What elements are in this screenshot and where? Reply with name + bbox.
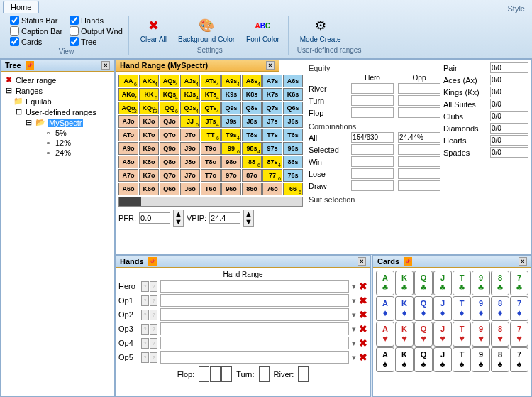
card-J♥[interactable]: J♥ [433,322,452,347]
hero-range-input[interactable] [160,280,349,293]
op1-hole[interactable]: ?? [141,295,157,306]
range-cell[interactable]: QQ6 [160,102,179,114]
combo-win-n[interactable] [351,156,394,167]
tree-12pct[interactable]: ▫12% [4,138,111,148]
range-cell[interactable]: T9o [201,142,221,155]
range-cell[interactable]: Q6o [160,183,179,195]
range-cell[interactable]: A8s4 [242,75,262,87]
range-cell[interactable]: K6o [139,183,159,195]
eq-flop-hero[interactable] [351,107,394,118]
range-cell[interactable]: J7s [262,115,282,128]
range-cell[interactable]: T7s [262,129,282,141]
range-cell[interactable]: J6s [283,115,303,128]
range-cell[interactable]: AQs4 [160,75,179,87]
range-cell[interactable]: JTs4 [201,115,221,128]
op1-dropdown[interactable]: ▾ [352,296,356,305]
range-cell[interactable]: ATo [118,129,138,141]
eq-flop-opp[interactable] [398,107,440,118]
pin-icon[interactable]: 📌 [404,257,412,266]
range-cell[interactable]: J9s [221,115,241,128]
range-cell[interactable]: 76s [283,169,303,182]
op5-hole[interactable]: ?? [141,352,157,363]
range-cell[interactable]: A8o [118,156,138,168]
card-7♠[interactable]: 7♠ [510,347,528,372]
flop-cards[interactable] [199,366,232,382]
range-cell[interactable]: 86o [242,183,262,195]
eq-river-hero[interactable] [351,83,394,94]
op5-dropdown[interactable]: ▾ [352,353,356,362]
pfr-spin[interactable]: ▲▼ [173,210,184,227]
stat-aces-v[interactable] [490,75,528,85]
card-K♥[interactable]: K♥ [395,322,414,347]
range-scrollbar[interactable] [118,197,303,207]
style-label[interactable]: Style [508,4,525,13]
combo-sel-n[interactable] [351,144,394,155]
range-cell[interactable]: K8o [139,156,159,168]
card-8♣[interactable]: 8♣ [491,271,509,295]
range-cell[interactable]: KQo12 [139,102,159,114]
range-cell[interactable]: JTo [180,129,200,141]
eq-turn-hero[interactable] [351,95,394,106]
range-cell[interactable]: Q7o [160,169,179,182]
combo-all-p[interactable] [398,132,440,143]
range-cell[interactable]: JJ6 [180,115,200,128]
range-cell[interactable]: K6s [283,88,303,101]
op3-clear[interactable]: ✖ [359,323,367,335]
range-cell[interactable]: AKo12 [118,88,138,101]
close-icon[interactable]: × [519,257,527,266]
clear-all-button[interactable]: ✖Clear All [138,16,170,45]
close-icon[interactable]: × [358,257,366,266]
combo-sel-p[interactable] [398,144,440,155]
range-cell[interactable]: J6o [180,183,200,195]
close-icon[interactable]: × [266,61,275,70]
range-cell[interactable]: Q9s [221,102,241,114]
stat-spades-v[interactable] [490,147,528,158]
range-cell[interactable]: Q8o [160,156,179,168]
eq-river-opp[interactable] [398,83,440,94]
range-cell[interactable]: KK6 [139,88,159,101]
range-cell[interactable]: K7o [139,169,159,182]
range-cell[interactable]: 666 [283,183,303,195]
range-cell[interactable]: AJs4 [180,75,200,87]
card-T♠[interactable]: T♠ [453,347,471,372]
card-K♣[interactable]: K♣ [395,271,414,295]
range-cell[interactable]: J9o [180,142,200,155]
range-cell[interactable]: T6s [283,129,303,141]
range-cell[interactable]: QTs4 [201,102,221,114]
range-cell[interactable]: 996 [221,142,241,155]
mode-create-button[interactable]: ⚙Mode Create [297,16,344,45]
combo-lose-p[interactable] [398,168,440,179]
bg-color-button[interactable]: 🎨Background Color [175,16,238,45]
stat-hearts-v[interactable] [490,135,528,146]
stat-suites-v[interactable] [490,99,528,109]
range-cell[interactable]: QJo [160,115,179,128]
range-cell[interactable]: 76o [262,183,282,195]
range-cell[interactable]: TT6 [201,129,221,141]
range-cell[interactable]: KJs4 [180,88,200,101]
range-cell[interactable]: 96s [283,142,303,155]
chk-hands[interactable]: Hands [70,16,123,25]
tree-equilab[interactable]: 📁Equilab [4,96,111,107]
combo-win-p[interactable] [398,156,440,167]
card-Q♥[interactable]: Q♥ [414,322,433,347]
chk-tree[interactable]: Tree [70,37,123,46]
card-8♠[interactable]: 8♠ [491,347,509,372]
op4-clear[interactable]: ✖ [359,337,367,349]
range-cell[interactable]: KTs4 [201,88,221,101]
card-7♥[interactable]: 7♥ [510,322,528,347]
range-cell[interactable]: 776 [262,169,282,182]
card-T♥[interactable]: T♥ [453,322,471,347]
range-cell[interactable]: T9s4 [221,129,241,141]
range-cell[interactable]: K8s [242,88,262,101]
card-J♦[interactable]: J♦ [433,296,452,321]
range-cell[interactable]: ATs4 [201,75,221,87]
range-cell[interactable]: T7o [201,169,221,182]
turn-card[interactable] [259,366,270,382]
range-cell[interactable]: A6s [283,75,303,87]
card-K♠[interactable]: K♠ [395,347,414,372]
range-cell[interactable]: T8o [201,156,221,168]
card-Q♠[interactable]: Q♠ [414,347,433,372]
range-cell[interactable]: QTo [160,129,179,141]
range-cell[interactable]: AA6 [118,75,138,87]
range-cell[interactable]: A9s4 [221,75,241,87]
